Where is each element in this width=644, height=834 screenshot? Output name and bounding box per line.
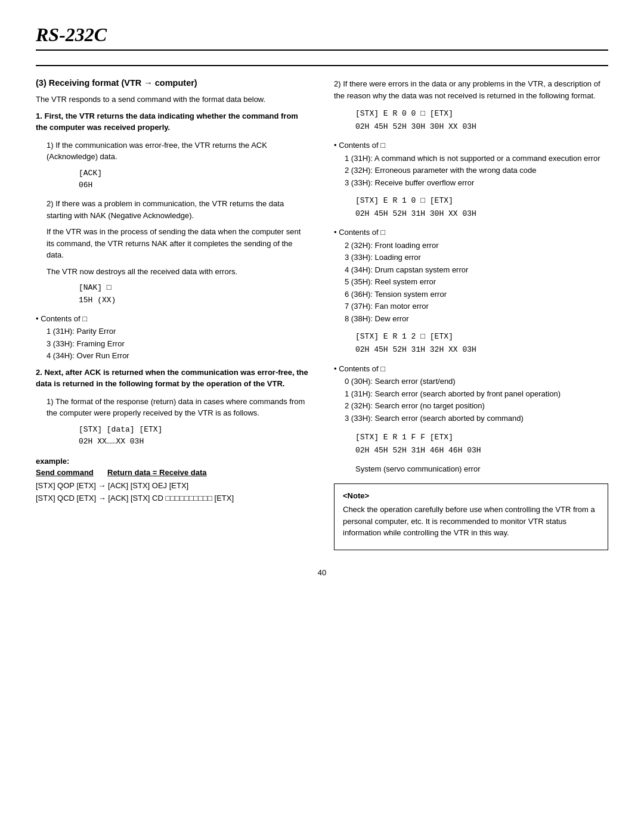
content2-1: 3 (33H): Loading error xyxy=(345,252,608,263)
part2-heading: 2. Next, after ACK is returned when the … xyxy=(36,367,310,390)
contents-list: 1 (31H): Parity Error 3 (33H): Framing E… xyxy=(47,325,310,362)
bullet-label-2: • Contents of □ xyxy=(334,227,385,238)
note-box: <Note> Check the operation carefully bef… xyxy=(334,483,608,550)
part1-item2-text3: The VTR now destroys all the received da… xyxy=(47,266,310,278)
bullet-line: • Contents of □ xyxy=(36,313,310,325)
left-column: (3) Receiving format (VTR → computer) Th… xyxy=(36,78,310,550)
stx-label: [STX] [data] [ETX] xyxy=(79,424,310,436)
contents-list-1: 1 (31H): A command which is not supporte… xyxy=(345,153,608,189)
part2-item1-text: 1) The format of the response (return) d… xyxy=(47,396,310,419)
stx-code: [STX] [data] [ETX] 02H XX……XX 03H xyxy=(79,424,310,449)
example-row-1: [STX] QCD [ETX] → [ACK] [STX] CD □□□□□□□… xyxy=(36,492,310,505)
note-heading: <Note> xyxy=(343,490,599,502)
nak-code: [NAK] □ 15H (XX) xyxy=(79,282,310,307)
content2-5: 7 (37H): Fan motor error xyxy=(345,300,608,312)
right-bullet1: • Contents of □ 1 (31H): A command which… xyxy=(334,139,608,188)
bullet-line-2: • Contents of □ xyxy=(334,227,608,238)
content-item-1: 3 (33H): Framing Error xyxy=(47,338,310,350)
content1-1: 2 (32H): Erroneous parameter with the wr… xyxy=(345,165,608,176)
part1-item1: 1) If the communication was error-free, … xyxy=(47,139,310,193)
part1-item1-text: 1) If the communication was error-free, … xyxy=(47,139,310,163)
content3-2: 2 (32H): Search error (no target positio… xyxy=(345,400,608,412)
page-title: RS-232C xyxy=(36,24,608,51)
content2-6: 8 (38H): Dew error xyxy=(345,313,608,325)
ack-label: [ACK] xyxy=(79,168,310,180)
example-header-row: Send command Return data = Receive data xyxy=(36,467,310,479)
content2-4: 6 (36H): Tension system error xyxy=(345,289,608,300)
content2-2: 4 (34H): Drum capstan system error xyxy=(345,264,608,276)
part1-item2-text2: If the VTR was in the process of sending… xyxy=(47,226,310,261)
example-heading: example: xyxy=(36,457,310,466)
content2-3: 5 (35H): Reel system error xyxy=(345,276,608,288)
content3-3: 3 (33H): Search error (search aborted by… xyxy=(345,413,608,424)
nak-label: [NAK] □ xyxy=(79,282,310,294)
stx-hex: 02H XX……XX 03H xyxy=(79,436,310,448)
hex-table-3-row2: 02H 45H 52H 31H 32H XX 03H xyxy=(355,343,608,356)
two-column-layout: (3) Receiving format (VTR → computer) Th… xyxy=(36,78,608,550)
section-heading: (3) Receiving format (VTR → computer) xyxy=(36,78,310,88)
bullet-line-1: • Contents of □ xyxy=(334,139,608,151)
content3-0: 0 (30H): Search error (start/end) xyxy=(345,376,608,387)
intro-text: The VTR responds to a send command with … xyxy=(36,94,310,106)
page: RS-232C (3) Receiving format (VTR → comp… xyxy=(0,0,644,834)
right-bullet3: • Contents of □ 0 (30H): Search error (s… xyxy=(334,363,608,424)
bullet-label-1: • Contents of □ xyxy=(334,139,385,151)
hex-table-2-row2: 02H 45H 52H 31H 30H XX 03H xyxy=(355,207,608,221)
nak-hex: 15H (XX) xyxy=(79,294,310,307)
hex-table-1-row1: [STX] E R 0 0 □ [ETX] xyxy=(355,107,608,120)
hex-table-3: [STX] E R 1 2 □ [ETX] 02H 45H 52H 31H 32… xyxy=(355,330,608,356)
part1-bullet: • Contents of □ 1 (31H): Parity Error 3 … xyxy=(36,313,310,362)
right-item2-text: 2) If there were errors in the data or a… xyxy=(334,78,608,101)
part2-item1: 1) The format of the response (return) d… xyxy=(47,396,310,449)
right-column: 2) If there were errors in the data or a… xyxy=(334,78,608,550)
hex-table-1: [STX] E R 0 0 □ [ETX] 02H 45H 52H 30H 30… xyxy=(355,107,608,134)
servo-error: System (servo communication) error xyxy=(355,463,608,475)
content-item-2: 4 (34H): Over Run Error xyxy=(47,350,310,362)
return-data-label: Return data = Receive data xyxy=(107,467,207,479)
bullet-label: • Contents of □ xyxy=(36,313,87,325)
part1-heading: 1. First, the VTR returns the data indic… xyxy=(36,110,310,134)
hex-table-4-row2: 02H 45H 52H 31H 46H 46H 03H xyxy=(355,444,608,457)
ack-hex: 06H xyxy=(79,179,310,192)
send-command-label: Send command xyxy=(36,467,107,479)
page-number: 40 xyxy=(36,568,608,577)
note-text: Check the operation carefully before use… xyxy=(343,504,599,539)
hex-table-2: [STX] E R 1 0 □ [ETX] 02H 45H 52H 31H 30… xyxy=(355,194,608,221)
example-row-0: [STX] QOP [ETX] → [ACK] [STX] OEJ [ETX] xyxy=(36,480,310,492)
contents-list-3: 0 (30H): Search error (start/end) 1 (31H… xyxy=(345,376,608,424)
hex-table-4: [STX] E R 1 F F [ETX] 02H 45H 52H 31H 46… xyxy=(355,431,608,457)
hex-table-1-row2: 02H 45H 52H 30H 30H XX 03H xyxy=(355,120,608,134)
hex-table-2-row1: [STX] E R 1 0 □ [ETX] xyxy=(355,194,608,207)
example-section: example: Send command Return data = Rece… xyxy=(36,457,310,504)
content2-0: 2 (32H): Front loading error xyxy=(345,240,608,252)
ack-code: [ACK] 06H xyxy=(79,168,310,193)
content1-2: 3 (33H): Receive buffer overflow error xyxy=(345,177,608,189)
content1-0: 1 (31H): A command which is not supporte… xyxy=(345,153,608,165)
contents-list-2: 2 (32H): Front loading error 3 (33H): Lo… xyxy=(345,240,608,325)
content3-1: 1 (31H): Search error (search aborted by… xyxy=(345,388,608,400)
hex-table-4-row1: [STX] E R 1 F F [ETX] xyxy=(355,431,608,444)
content-item-0: 1 (31H): Parity Error xyxy=(47,325,310,337)
hex-table-3-row1: [STX] E R 1 2 □ [ETX] xyxy=(355,330,608,343)
part1-item2-text1: 2) If there was a problem in communicati… xyxy=(47,198,310,221)
right-bullet2: • Contents of □ 2 (32H): Front loading e… xyxy=(334,227,608,324)
bullet-label-3: • Contents of □ xyxy=(334,363,385,375)
part1-item2: 2) If there was a problem in communicati… xyxy=(47,198,310,307)
title-divider xyxy=(36,65,608,66)
bullet-line-3: • Contents of □ xyxy=(334,363,608,375)
